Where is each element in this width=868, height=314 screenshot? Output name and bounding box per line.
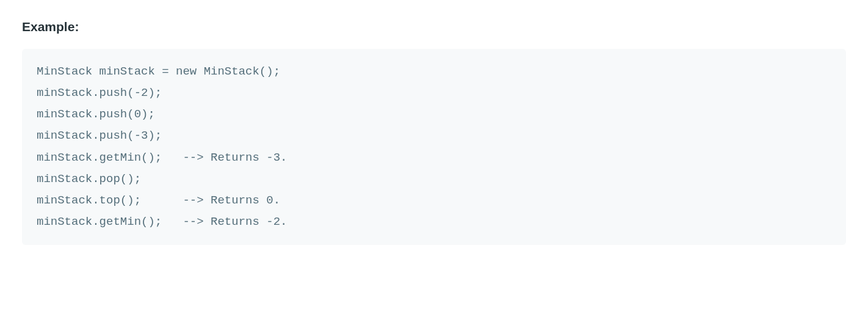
example-heading: Example: [22, 20, 846, 34]
code-example-block: MinStack minStack = new MinStack(); minS… [22, 49, 846, 245]
